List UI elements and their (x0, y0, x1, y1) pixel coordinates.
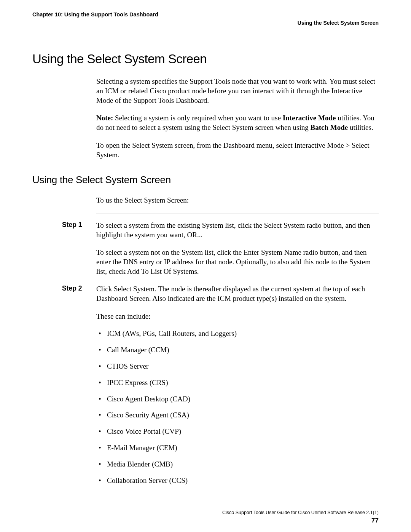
page-number: 77 (32, 517, 379, 524)
step-2: Step 2 Click Select System. The node is … (32, 284, 379, 321)
chapter-label: Chapter 10: Using the Support Tools Dash… (32, 11, 379, 18)
footer-doc-title: Cisco Support Tools User Guide for Cisco… (32, 510, 379, 515)
page-header: Chapter 10: Using the Support Tools Dash… (32, 11, 379, 18)
step-1: Step 1 To select a system from the exist… (32, 221, 379, 276)
divider (96, 214, 379, 214)
list-item: Call Manager (CCM) (107, 346, 379, 355)
list-item: CTIOS Server (107, 362, 379, 371)
list-item: Cisco Security Agent (CSA) (107, 411, 379, 420)
intro-paragraph-3: To open the Select System screen, from t… (96, 141, 379, 160)
list-item: Collaboration Server (CCS) (107, 476, 379, 485)
note-bold-1: Interactive Mode (283, 114, 336, 122)
list-item: ICM (AWs, PGs, Call Routers, and Loggers… (107, 329, 379, 338)
heading-2: Using the Select System Screen (32, 174, 379, 186)
list-item: Cisco Agent Desktop (CAD) (107, 395, 379, 404)
step-2-p2: These can include: (96, 312, 379, 321)
step-1-p2: To select a system not on the System lis… (96, 248, 379, 276)
step-1-p1: To select a system from the existing Sys… (96, 221, 379, 240)
intro-paragraph-1: Selecting a system specifies the Support… (96, 77, 379, 105)
subintro: To us the Select System Screen: (96, 196, 379, 205)
step-2-label: Step 2 (62, 284, 82, 292)
intro-note: Note: Selecting a system is only require… (96, 113, 379, 132)
list-item: IPCC Express (CRS) (107, 379, 379, 387)
note-bold-2: Batch Mode (311, 123, 348, 131)
page-footer: Cisco Support Tools User Guide for Cisco… (32, 509, 379, 524)
heading-1: Using the Select System Screen (32, 52, 379, 66)
product-list: ICM (AWs, PGs, Call Routers, and Loggers… (107, 329, 379, 485)
list-item: Media Blender (CMB) (107, 460, 379, 469)
step-1-label: Step 1 (62, 221, 82, 229)
list-item: Cisco Voice Portal (CVP) (107, 427, 379, 436)
note-label: Note: (96, 114, 113, 122)
note-text-3: utilities. (348, 123, 373, 131)
list-item: E-Mail Manager (CEM) (107, 444, 379, 452)
step-2-p1: Click Select System. The node is thereaf… (96, 284, 379, 303)
note-text-1: Selecting a system is only required when… (113, 114, 282, 122)
section-label: Using the Select System Screen (32, 20, 379, 26)
